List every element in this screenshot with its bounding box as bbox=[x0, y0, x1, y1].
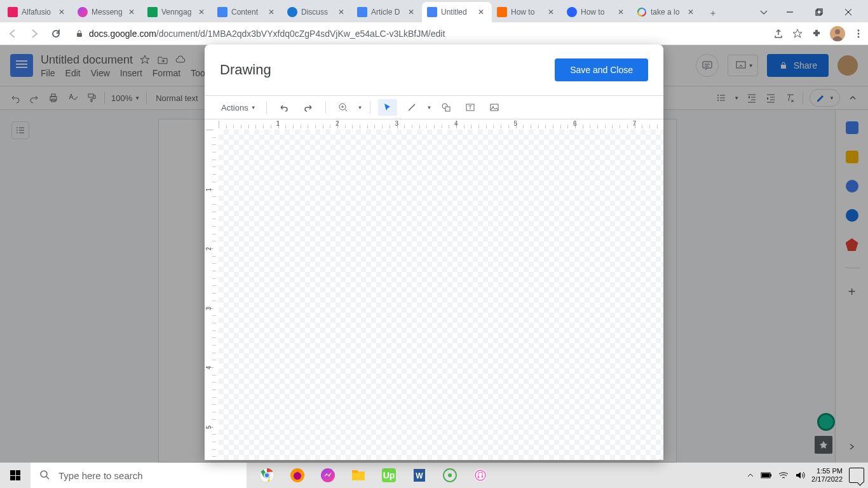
drawing-canvas[interactable] bbox=[219, 130, 663, 460]
image-tool-icon[interactable] bbox=[485, 99, 504, 116]
taskbar-search[interactable]: Type here to search bbox=[31, 463, 247, 488]
volume-icon[interactable] bbox=[795, 471, 805, 480]
svg-rect-75 bbox=[762, 473, 770, 477]
svg-point-72 bbox=[482, 476, 484, 478]
tab-favicon bbox=[78, 7, 88, 17]
tab-favicon bbox=[567, 7, 577, 17]
textbox-tool-icon[interactable]: T bbox=[461, 99, 480, 116]
line-tool-icon[interactable] bbox=[402, 99, 421, 116]
svg-line-42 bbox=[345, 109, 347, 111]
bookmark-star-icon[interactable] bbox=[792, 28, 803, 39]
word-icon[interactable]: W bbox=[404, 463, 435, 488]
close-icon[interactable]: ✕ bbox=[198, 8, 207, 17]
redo-icon[interactable] bbox=[299, 99, 318, 116]
svg-point-8 bbox=[835, 29, 840, 34]
svg-line-53 bbox=[46, 477, 49, 479]
close-icon[interactable]: ✕ bbox=[548, 8, 557, 17]
browser-tab[interactable]: Discuss✕ bbox=[282, 2, 352, 22]
browser-tab[interactable]: Venngag✕ bbox=[142, 2, 212, 22]
save-and-close-button[interactable]: Save and Close bbox=[555, 58, 648, 81]
drawing-modal: Drawing Save and Close Actions▼ ▼ ▼ T //… bbox=[205, 44, 663, 460]
tab-favicon bbox=[8, 7, 18, 17]
zoom-tool-icon[interactable] bbox=[334, 99, 353, 116]
svg-line-45 bbox=[409, 104, 415, 111]
svg-rect-74 bbox=[770, 474, 771, 477]
undo-icon[interactable] bbox=[275, 99, 294, 116]
new-tab-button[interactable]: ＋ bbox=[704, 4, 722, 22]
notification-icon[interactable] bbox=[849, 468, 864, 483]
clock[interactable]: 1:55 PM 2/17/2022 bbox=[811, 467, 843, 484]
extensions-icon[interactable] bbox=[811, 28, 822, 39]
tab-title: Content bbox=[231, 8, 264, 17]
tab-title: How to bbox=[511, 8, 544, 17]
tab-favicon bbox=[637, 7, 647, 17]
close-icon[interactable]: ✕ bbox=[58, 8, 67, 17]
app-icon[interactable] bbox=[435, 463, 465, 488]
chrome-icon[interactable] bbox=[252, 463, 282, 488]
svg-rect-47 bbox=[445, 107, 450, 111]
close-icon[interactable]: ✕ bbox=[618, 8, 627, 17]
zoom-dropdown[interactable]: ▼ bbox=[358, 105, 363, 111]
svg-rect-7 bbox=[77, 33, 82, 37]
browser-tab-strip: Alfafusio✕ Messeng✕ Venngag✕ Content✕ Di… bbox=[0, 0, 868, 22]
battery-icon[interactable] bbox=[761, 471, 772, 479]
windows-taskbar: Type here to search Up W 1:55 PM 2/17/20… bbox=[0, 463, 868, 488]
messenger-icon[interactable] bbox=[313, 463, 343, 488]
forward-button[interactable] bbox=[25, 25, 43, 43]
search-icon bbox=[39, 470, 51, 481]
tray-chevron-icon[interactable] bbox=[747, 471, 754, 479]
tab-title: Discuss bbox=[301, 8, 334, 17]
minimize-icon[interactable] bbox=[775, 2, 804, 22]
line-dropdown[interactable]: ▼ bbox=[426, 105, 431, 111]
browser-tab-active[interactable]: Untitled✕ bbox=[422, 2, 492, 22]
close-icon[interactable]: ✕ bbox=[128, 8, 137, 17]
share-page-icon[interactable] bbox=[773, 28, 784, 39]
shape-tool-icon[interactable] bbox=[437, 99, 456, 116]
address-bar-row: docs.google.com/document/d/1MBA2qdx3bVYx… bbox=[0, 22, 868, 45]
actions-menu[interactable]: Actions▼ bbox=[219, 103, 259, 112]
tab-title: How to bbox=[581, 8, 614, 17]
close-icon[interactable]: ✕ bbox=[478, 8, 487, 17]
maximize-icon[interactable] bbox=[804, 2, 834, 22]
browser-tab[interactable]: take a lo✕ bbox=[632, 2, 702, 22]
kebab-menu-icon[interactable] bbox=[853, 28, 864, 39]
close-icon[interactable]: ✕ bbox=[408, 8, 417, 17]
svg-point-59 bbox=[294, 472, 301, 480]
close-window-icon[interactable] bbox=[834, 2, 863, 22]
close-icon[interactable]: ✕ bbox=[688, 8, 696, 17]
browser-tab[interactable]: How to✕ bbox=[562, 2, 632, 22]
firefox-icon[interactable] bbox=[282, 463, 313, 488]
browser-tab[interactable]: How to✕ bbox=[492, 2, 562, 22]
svg-text:W: W bbox=[416, 471, 423, 480]
select-tool-icon[interactable] bbox=[378, 99, 397, 116]
reload-button[interactable] bbox=[47, 25, 65, 43]
close-icon[interactable]: ✕ bbox=[338, 8, 347, 17]
close-icon[interactable]: ✕ bbox=[268, 8, 277, 17]
itunes-icon[interactable] bbox=[465, 463, 496, 488]
vertical-ruler: 12345 bbox=[205, 130, 219, 460]
start-button[interactable] bbox=[0, 463, 31, 488]
drawing-canvas-area: // rendered by bind script below 1234567… bbox=[205, 119, 663, 460]
browser-tab[interactable]: Article D✕ bbox=[352, 2, 422, 22]
svg-point-68 bbox=[448, 473, 452, 477]
svg-text:T: T bbox=[469, 104, 473, 111]
drawing-toolbar: Actions▼ ▼ ▼ T bbox=[205, 95, 663, 119]
profile-avatar[interactable] bbox=[830, 26, 845, 41]
back-button[interactable] bbox=[4, 25, 22, 43]
svg-point-52 bbox=[41, 471, 47, 477]
svg-point-9 bbox=[858, 29, 860, 31]
tab-title: Venngag bbox=[161, 8, 194, 17]
tab-favicon bbox=[497, 7, 507, 17]
tab-favicon bbox=[287, 7, 297, 17]
browser-tab[interactable]: Alfafusio✕ bbox=[3, 2, 72, 22]
file-explorer-icon[interactable] bbox=[343, 463, 374, 488]
browser-tab[interactable]: Messeng✕ bbox=[72, 2, 142, 22]
browser-tab[interactable]: Content✕ bbox=[212, 2, 282, 22]
tab-title: take a lo bbox=[651, 8, 684, 17]
tab-search-icon[interactable] bbox=[752, 2, 775, 22]
lock-icon bbox=[75, 29, 84, 38]
tab-favicon bbox=[427, 7, 437, 17]
wifi-icon[interactable] bbox=[778, 471, 789, 479]
upwork-icon[interactable]: Up bbox=[374, 463, 404, 488]
address-bar[interactable]: docs.google.com/document/d/1MBA2qdx3bVYx… bbox=[69, 25, 769, 43]
